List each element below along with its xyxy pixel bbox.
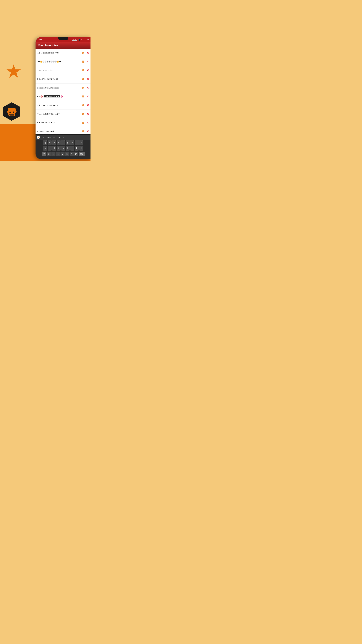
key-i[interactable]: i8 [75,140,79,145]
keyboard-area: G ☺ GIF ⚙ G▶ ··· q1 w2 e3 r4 t5 y6 u7 i8… [35,135,90,159]
key-s[interactable]: s [48,146,52,150]
copy-icon-3[interactable]: ⧉ [81,68,85,72]
fav-name-7: ·.★*...crЄiĢhhtоN●·.·ϕ [37,104,81,106]
key-r[interactable]: r4 [57,140,61,145]
copy-icon-1[interactable]: ⧉ [81,51,85,55]
star-icon: ★ [5,62,24,80]
keyboard-row-2: a s d f g h j k l [35,146,90,151]
fav-name-2: ◄•👑ⓂⒶⓃⒾⓂⒶⓁ👑•► [37,60,81,63]
kb-translate-icon[interactable]: G▶ [58,136,61,138]
dropdown-icon: ▾ [41,39,42,40]
delete-icon-9[interactable]: ✕ [86,121,89,124]
kb-emoji-icon[interactable]: ☺ [42,136,45,139]
fav-name-4: ϬϬ◈SÁM ΒØΛΕΥ◈ϬϬ [37,78,81,80]
delete-icon-6[interactable]: ✕ [86,95,89,98]
fav-name-8: ♡o..oϕLILLITHϕo..oϕ♡ [37,113,81,115]
fav-item-7[interactable]: ·.★*...crЄiĢhhtоN●·.·ϕ ⧉ ✕ [35,101,90,110]
key-b[interactable]: b [65,152,69,156]
fav-item-9[interactable]: ʕ·ᴥ·?TRENT⊣⊢TT ⧉ ✕ [35,118,90,127]
key-a[interactable]: a [43,146,47,150]
fav-name-3: ☆✪☆ sumi ☆✪☆ [37,69,81,72]
fav-name-10: ϬϬ◈the dogtor◈ϬϬ [37,130,81,132]
fav-item-1[interactable]: ☆✪☆ RØCK ENRØL ☆✪☆ ⧉ ✕ [35,49,90,57]
vibrate-icon: 📳 [78,39,80,40]
keyboard-toolbar: G ☺ GIF ⚙ G▶ ··· [35,135,90,140]
copy-icon-7[interactable]: ⧉ [81,103,85,108]
app-header: Your Favourites [35,42,90,49]
key-d[interactable]: d [52,146,56,150]
favourites-list[interactable]: ☆✪☆ RØCK ENRØL ☆✪☆ ⧉ ✕ ◄•👑ⓂⒶⓃⒾⓂⒶⓁ👑•► ⧉ ✕… [35,49,90,134]
key-h[interactable]: h [66,146,70,150]
delete-icon-4[interactable]: ✕ [86,78,89,81]
key-y[interactable]: y6 [66,140,70,145]
key-backspace[interactable]: ⌫ [79,152,85,156]
wifi-icon: ▲ [81,39,82,40]
key-q[interactable]: q1 [43,140,47,145]
svg-rect-4 [8,114,15,116]
fav-name-9: ʕ·ᴥ·?TRENT⊣⊢TT [37,122,81,124]
copy-icon-9[interactable]: ⧉ [81,120,85,125]
status-left: 1:25 ▾ [37,39,42,40]
kb-gif-label[interactable]: GIF [47,136,50,138]
fav-item-6[interactable]: ♣☢♈ JAY WALKER ♓... ⧉ ✕ [35,92,90,101]
battery-level: 37% [85,39,89,40]
fav-name-5: □■□■□IØNELIA□■□■□ [37,87,81,89]
key-l[interactable]: l [79,146,83,150]
status-right: VoWIFI 📳 ▲ ▲ 37% [72,39,89,40]
keyboard-row-3: ⇧ z x c v b n m ⌫ [35,151,90,157]
delete-icon-5[interactable]: ✕ [86,86,89,90]
kb-settings-icon[interactable]: ⚙ [53,136,55,139]
phone-frame: 1:25 ▾ VoWIFI 📳 ▲ ▲ 37% Your Favourites … [35,37,90,159]
delete-icon-8[interactable]: ✕ [86,112,89,116]
kb-more-icon[interactable]: ··· [63,136,65,139]
key-m[interactable]: m [74,152,78,156]
key-u[interactable]: u7 [70,140,74,145]
time-display: 1:25 [37,39,41,40]
fav-name-1: ☆✪☆ RØCK ENRØL ☆✪☆ [37,52,81,54]
app-title: Your Favourites [38,44,58,47]
fav-item-4[interactable]: ϬϬ◈SÁM ΒØΛΕΥ◈ϬϬ ⧉ ✕ [35,75,90,84]
copy-icon-8[interactable]: ⧉ [81,112,85,116]
key-c[interactable]: c [56,152,60,156]
delete-icon-10[interactable]: ✕ [86,130,89,133]
copy-icon-2[interactable]: ⧉ [81,60,85,64]
fav-name-6: ♣☢♈ JAY WALKER ♓... [37,96,81,98]
key-w[interactable]: w2 [48,140,52,145]
fav-item-3[interactable]: ☆✪☆ sumi ☆✪☆ ⧉ ✕ [35,66,90,75]
phone-container: 1:25 ▾ VoWIFI 📳 ▲ ▲ 37% Your Favourites … [35,37,90,159]
key-k[interactable]: k [75,146,79,150]
fav-item-2[interactable]: ◄•👑ⓂⒶⓃⒾⓂⒶⓁ👑•► ⧉ ✕ [35,57,90,66]
delete-icon-1[interactable]: ✕ [86,52,89,54]
kb-google-icon[interactable]: G [37,136,40,139]
logo-hex-icon [2,102,22,122]
copy-icon-4[interactable]: ⧉ [81,77,85,81]
wifi-label: VoWIFI [72,39,77,40]
fav-item-5[interactable]: □■□■□IØNELIA□■□■□ ⧉ ✕ [35,84,90,92]
key-e[interactable]: e3 [52,140,56,145]
key-n[interactable]: n [69,152,73,156]
phone-notch [58,37,68,40]
logo-container [2,102,22,122]
fav-item-10[interactable]: ϬϬ◈the dogtor◈ϬϬ ⧉ ✕ [35,127,90,134]
copy-icon-5[interactable]: ⧉ [81,86,85,90]
key-g[interactable]: g [61,146,65,150]
key-o[interactable]: o9 [79,140,83,145]
copy-icon-10[interactable]: ⧉ [81,129,85,134]
fav-item-8[interactable]: ♡o..oϕLILLITHϕo..oϕ♡ ⧉ ✕ [35,110,90,118]
key-j[interactable]: j [70,146,74,150]
keyboard-row-1: q1 w2 e3 r4 t5 y6 u7 i8 o9 [35,140,90,146]
delete-icon-2[interactable]: ✕ [86,60,89,63]
delete-icon-7[interactable]: ✕ [86,104,89,107]
key-x[interactable]: x [51,152,55,156]
key-t[interactable]: t5 [61,140,65,145]
signal-icon: ▲ [83,39,85,40]
key-z[interactable]: z [47,152,51,156]
copy-icon-6[interactable]: ⧉ [81,94,85,99]
delete-icon-3[interactable]: ✕ [86,69,89,72]
key-shift[interactable]: ⇧ [42,152,46,156]
key-v[interactable]: v [60,152,64,156]
key-f[interactable]: f [57,146,61,150]
